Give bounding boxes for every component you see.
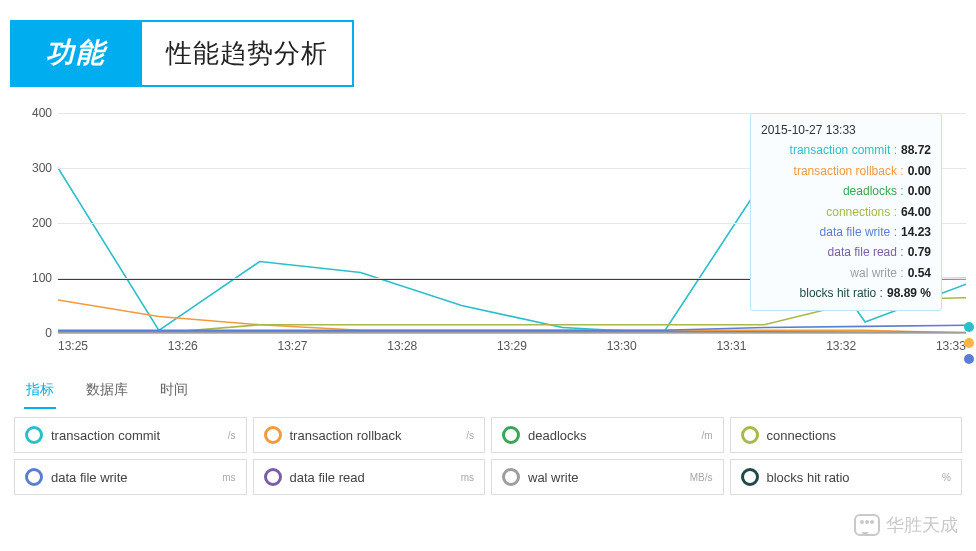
tab-数据库[interactable]: 数据库 xyxy=(84,377,130,409)
x-tick: 13:31 xyxy=(716,339,746,353)
y-tick: 0 xyxy=(45,326,52,340)
series-ring-icon xyxy=(264,426,282,444)
series-ring-icon xyxy=(502,426,520,444)
x-tick: 13:28 xyxy=(387,339,417,353)
tooltip-label: transaction rollback : xyxy=(761,161,904,181)
scroll-indicator xyxy=(964,322,974,364)
y-tick: 100 xyxy=(32,271,52,285)
legend-label: blocks hit ratio xyxy=(767,470,850,485)
x-tick: 13:30 xyxy=(607,339,637,353)
tooltip-row: data file read :0.79 xyxy=(761,242,931,262)
tooltip-label: wal write : xyxy=(761,263,904,283)
legend-label: data file write xyxy=(51,470,128,485)
tooltip-label: data file read : xyxy=(761,242,904,262)
tooltip-row: deadlocks :0.00 xyxy=(761,181,931,201)
x-axis: 13:2513:2613:2713:2813:2913:3013:3113:32… xyxy=(58,339,966,353)
legend-item[interactable]: data file writems xyxy=(14,459,247,495)
legend-item[interactable]: wal writeMB/s xyxy=(491,459,724,495)
y-tick: 400 xyxy=(32,106,52,120)
scroll-dot xyxy=(964,354,974,364)
legend-label: connections xyxy=(767,428,836,443)
legend-unit: MB/s xyxy=(690,472,713,483)
tooltip-row: wal write :0.54 xyxy=(761,263,931,283)
legend-left: transaction rollback xyxy=(264,426,402,444)
x-tick: 13:27 xyxy=(277,339,307,353)
page-title: 性能趋势分析 xyxy=(142,20,354,87)
x-tick: 13:26 xyxy=(168,339,198,353)
legend-label: transaction commit xyxy=(51,428,160,443)
legend-left: connections xyxy=(741,426,836,444)
x-tick: 13:25 xyxy=(58,339,88,353)
x-tick: 13:33 xyxy=(936,339,966,353)
tab-时间[interactable]: 时间 xyxy=(158,377,190,409)
legend-unit: % xyxy=(942,472,951,483)
legend-item[interactable]: transaction rollback/s xyxy=(253,417,486,453)
chart-area: 0100200300400 13:2513:2613:2713:2813:291… xyxy=(10,113,966,363)
tooltip-label: transaction commit : xyxy=(761,140,897,160)
series-ring-icon xyxy=(25,426,43,444)
tooltip-value: 98.89 % xyxy=(883,283,931,303)
tab-bar: 指标数据库时间 xyxy=(24,377,976,409)
scroll-dot xyxy=(964,322,974,332)
tooltip-value: 0.54 xyxy=(904,263,931,283)
tooltip-value: 0.00 xyxy=(904,161,931,181)
wechat-icon xyxy=(854,514,880,536)
legend-left: blocks hit ratio xyxy=(741,468,850,486)
tooltip-row: data file write :14.23 xyxy=(761,222,931,242)
tooltip-value: 64.00 xyxy=(897,202,931,222)
y-axis: 0100200300400 xyxy=(10,113,58,333)
tooltip-label: data file write : xyxy=(761,222,897,242)
legend-unit: /m xyxy=(701,430,712,441)
legend-label: deadlocks xyxy=(528,428,587,443)
tooltip-label: connections : xyxy=(761,202,897,222)
series-ring-icon xyxy=(502,468,520,486)
header-bar: 功能 性能趋势分析 xyxy=(10,20,976,87)
legend-item[interactable]: data file readms xyxy=(253,459,486,495)
series-ring-icon xyxy=(25,468,43,486)
legend-left: deadlocks xyxy=(502,426,587,444)
tooltip-value: 14.23 xyxy=(897,222,931,242)
watermark: 华胜天成 xyxy=(854,513,958,537)
series-ring-icon xyxy=(264,468,282,486)
legend-left: wal write xyxy=(502,468,579,486)
chart-tooltip: 2015-10-27 13:33 transaction commit :88.… xyxy=(750,113,942,311)
legend-left: transaction commit xyxy=(25,426,160,444)
scroll-dot xyxy=(964,338,974,348)
tooltip-label: blocks hit ratio : xyxy=(761,283,883,303)
tooltip-row: connections :64.00 xyxy=(761,202,931,222)
grid-line xyxy=(58,333,966,334)
legend-unit: ms xyxy=(461,472,474,483)
tooltip-row: blocks hit ratio :98.89 % xyxy=(761,283,931,303)
x-tick: 13:32 xyxy=(826,339,856,353)
legend-item[interactable]: blocks hit ratio% xyxy=(730,459,963,495)
series-ring-icon xyxy=(741,468,759,486)
series-ring-icon xyxy=(741,426,759,444)
watermark-text: 华胜天成 xyxy=(886,513,958,537)
legend-unit: /s xyxy=(466,430,474,441)
legend-unit: /s xyxy=(228,430,236,441)
y-tick: 300 xyxy=(32,161,52,175)
legend-unit: ms xyxy=(222,472,235,483)
legend-label: transaction rollback xyxy=(290,428,402,443)
x-tick: 13:29 xyxy=(497,339,527,353)
legend-label: data file read xyxy=(290,470,365,485)
legend-item[interactable]: connections xyxy=(730,417,963,453)
legend-label: wal write xyxy=(528,470,579,485)
legend-grid: transaction commit/stransaction rollback… xyxy=(14,417,962,495)
legend-item[interactable]: transaction commit/s xyxy=(14,417,247,453)
legend-left: data file read xyxy=(264,468,365,486)
tooltip-value: 0.79 xyxy=(904,242,931,262)
tooltip-label: deadlocks : xyxy=(761,181,904,201)
tooltip-value: 0.00 xyxy=(904,181,931,201)
tab-指标[interactable]: 指标 xyxy=(24,377,56,409)
feature-button[interactable]: 功能 xyxy=(10,20,142,87)
legend-item[interactable]: deadlocks/m xyxy=(491,417,724,453)
tooltip-row: transaction rollback :0.00 xyxy=(761,161,931,181)
y-tick: 200 xyxy=(32,216,52,230)
legend-left: data file write xyxy=(25,468,128,486)
tooltip-time: 2015-10-27 13:33 xyxy=(761,120,931,140)
tooltip-value: 88.72 xyxy=(897,140,931,160)
tooltip-row: transaction commit :88.72 xyxy=(761,140,931,160)
